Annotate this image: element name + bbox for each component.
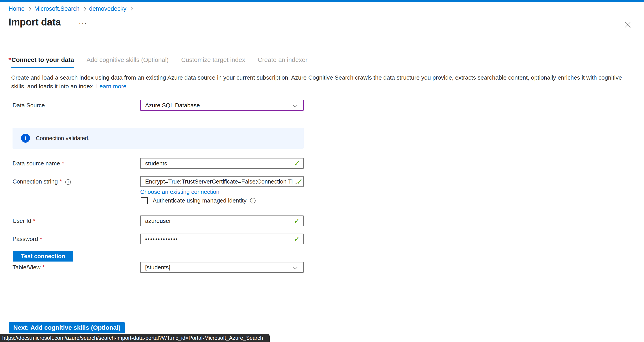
data-source-name-input[interactable]: students ✓ (140, 158, 304, 169)
data-source-value: Azure SQL Database (145, 102, 200, 109)
user-id-value: azureuser (145, 218, 171, 224)
close-button[interactable] (623, 20, 633, 30)
tab-customize-target-index[interactable]: Customize target index (181, 56, 245, 64)
breadcrumb: Home Microsoft.Search demovedecky (8, 5, 136, 12)
more-options-icon[interactable]: ··· (79, 19, 88, 27)
tab-create-an-indexer[interactable]: Create an indexer (258, 56, 308, 64)
data-source-name-label: Data source name* (12, 158, 64, 169)
user-id-input[interactable]: azureuser ✓ (140, 216, 304, 226)
password-label: Password* (12, 234, 42, 244)
portal-top-accent-bar (0, 0, 644, 2)
close-icon (624, 20, 632, 28)
tab-label: Connect to your data (12, 56, 74, 68)
connection-string-input[interactable]: Encrypt=True;TrustServerCertificate=Fals… (140, 176, 304, 187)
link-status-bar: https://docs.microsoft.com/azure/search/… (0, 334, 270, 342)
required-mark: * (60, 178, 62, 185)
data-source-label: Data Source (12, 100, 45, 111)
tab-label: Customize target index (181, 56, 245, 63)
connection-validated-banner: i Connection validated. (12, 128, 304, 149)
connection-string-label: Connection string*i (12, 176, 71, 187)
tab-add-cognitive-skills[interactable]: Add cognitive skills (Optional) (86, 56, 168, 64)
tab-label: Create an indexer (258, 56, 308, 63)
label-text: Data source name (12, 160, 60, 167)
label-text: Data Source (12, 102, 45, 109)
chevron-down-icon (292, 102, 298, 108)
wizard-tabs: *Connect to your data Add cognitive skil… (8, 56, 320, 68)
test-connection-button[interactable]: Test connection (13, 251, 73, 262)
managed-identity-label: Authenticate using managed identity (153, 197, 246, 204)
breadcrumb-microsoft-search-link[interactable]: Microsoft.Search (34, 5, 80, 12)
import-data-page: Home Microsoft.Search demovedecky Import… (0, 0, 644, 342)
breadcrumb-home-link[interactable]: Home (8, 5, 24, 12)
page-title: Import data (8, 16, 61, 28)
banner-text: Connection validated. (36, 128, 90, 149)
managed-identity-checkbox[interactable] (141, 197, 148, 204)
tab-label: Add cognitive skills (Optional) (86, 56, 168, 63)
info-circle-icon[interactable]: i (250, 198, 256, 204)
learn-more-link[interactable]: Learn more (96, 83, 126, 90)
data-source-dropdown[interactable]: Azure SQL Database (140, 100, 304, 111)
choose-existing-connection-link[interactable]: Choose an existing connection (140, 188, 219, 195)
chevron-right-icon (28, 7, 31, 11)
label-text: Connection string (12, 178, 58, 185)
info-circle-icon[interactable]: i (65, 179, 71, 185)
table-view-dropdown[interactable]: [students] (140, 262, 304, 273)
required-mark: * (42, 264, 44, 271)
breadcrumb-demovedecky-link[interactable]: demovedecky (89, 5, 126, 12)
label-text: User Id (12, 218, 31, 224)
user-id-label: User Id* (12, 216, 35, 226)
valid-check-icon: ✓ (294, 158, 300, 168)
table-view-label: Table/View* (12, 262, 44, 273)
table-view-value: [students] (145, 264, 170, 271)
info-icon: i (21, 134, 30, 142)
chevron-right-icon (130, 7, 133, 11)
valid-check-icon: ✓ (296, 176, 303, 186)
required-mark: * (8, 56, 11, 63)
required-mark: * (33, 218, 35, 224)
footer-divider (0, 314, 644, 314)
required-mark: * (62, 160, 64, 167)
valid-check-icon: ✓ (294, 234, 300, 244)
next-add-cognitive-skills-button[interactable]: Next: Add cognitive skills (Optional) (9, 322, 125, 333)
password-value: ••••••••••••• (145, 236, 178, 242)
chevron-down-icon (292, 264, 298, 270)
page-description: Create and load a search index using dat… (11, 73, 637, 91)
chevron-right-icon (82, 7, 86, 11)
tab-connect-to-your-data[interactable]: *Connect to your data (8, 56, 74, 68)
label-text: Password (12, 236, 38, 242)
valid-check-icon: ✓ (294, 216, 300, 226)
required-mark: * (40, 236, 42, 242)
connection-string-value: Encrypt=True;TrustServerCertificate=Fals… (145, 178, 299, 185)
label-text: Table/View (12, 264, 40, 271)
managed-identity-row: Authenticate using managed identity i (141, 197, 256, 204)
password-input[interactable]: ••••••••••••• ✓ (140, 234, 304, 244)
data-source-name-value: students (145, 160, 167, 167)
